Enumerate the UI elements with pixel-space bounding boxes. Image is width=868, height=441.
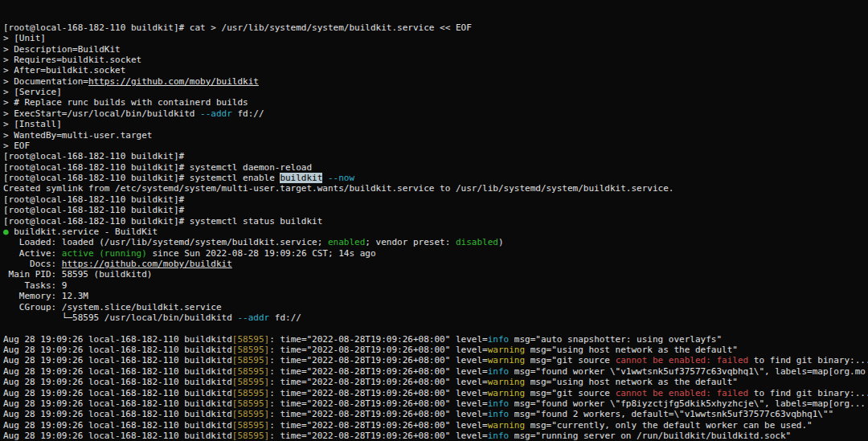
terminal-text: fd:// (232, 108, 264, 119)
terminal-text: warning (488, 355, 525, 365)
terminal-text: Aug 28 19:09:26 local-168-182-110 buildk… (3, 355, 232, 365)
terminal-text: --now (328, 173, 354, 183)
terminal-text: Active: (3, 248, 62, 259)
terminal-line: > Requires=buildkit.socket (3, 55, 868, 65)
terminal-text: : time="2022-08-28T19:09:26+08:00" level… (269, 388, 488, 398)
terminal-text: [58595] (232, 398, 269, 409)
terminal-line: > After=buildkit.socket (3, 65, 868, 76)
terminal-line: Aug 28 19:09:26 local-168-182-110 buildk… (3, 366, 868, 377)
terminal-line: [root@local-168-182-110 buildkit]# cat >… (3, 22, 868, 33)
terminal-line: Created symlink from /etc/systemd/system… (3, 183, 868, 194)
terminal-text: : time="2022-08-28T19:09:26+08:00" level… (269, 366, 488, 377)
terminal-text: : time="2022-08-28T19:09:26+08:00" level… (269, 409, 488, 419)
terminal-text: Aug 28 19:09:26 local-168-182-110 buildk… (3, 366, 232, 377)
terminal-line: Aug 28 19:09:26 local-168-182-110 buildk… (3, 355, 868, 365)
terminal-text: cannot be enabled: failed (616, 388, 749, 398)
terminal-text: warning (488, 420, 525, 431)
terminal-text: to find git binary:... (748, 388, 868, 398)
terminal-line: Tasks: 9 (3, 280, 868, 291)
terminal-line: Aug 28 19:09:26 local-168-182-110 buildk… (3, 420, 868, 431)
terminal-text: > EOF (3, 141, 30, 151)
terminal-line: > # Replace runc builds with containerd … (3, 97, 868, 108)
terminal-text: : time="2022-08-28T19:09:26+08:00" level… (269, 345, 488, 355)
terminal-window[interactable]: [root@local-168-182-110 buildkit]# cat >… (0, 0, 868, 441)
terminal-text: > # Replace runc builds with containerd … (3, 97, 248, 108)
terminal-output: [root@local-168-182-110 buildkit]# cat >… (3, 22, 868, 441)
terminal-text: > ExecStart=/usr/local/bin/buildkitd (3, 108, 200, 119)
terminal-text: msg="auto snapshotter: using overlayfs" (509, 334, 722, 345)
terminal-text: Aug 28 19:09:26 local-168-182-110 buildk… (3, 345, 232, 355)
terminal-line: CGroup: /system.slice/buildkit.service (3, 302, 868, 312)
terminal-text: ) (498, 237, 504, 247)
terminal-text: : time="2022-08-28T19:09:26+08:00" level… (269, 334, 488, 345)
terminal-text: warning (488, 388, 525, 398)
terminal-text: Main PID: 58595 (buildkitd) (3, 269, 152, 280)
terminal-text: > [Install] (3, 119, 62, 129)
terminal-text: Aug 28 19:09:26 local-168-182-110 buildk… (3, 377, 232, 387)
terminal-text: [58595] (232, 334, 269, 345)
terminal-line: └─58595 /usr/local/bin/buildkitd --addr … (3, 312, 868, 323)
terminal-text: msg="using host network as the default" (525, 377, 738, 387)
terminal-text: [58595] (232, 431, 269, 441)
terminal-text: info (488, 398, 510, 409)
terminal-text: : time="2022-08-28T19:09:26+08:00" level… (269, 398, 488, 409)
terminal-text: warning (488, 377, 525, 387)
terminal-text: [58595] (232, 409, 269, 419)
terminal-text: msg="git source (525, 388, 616, 398)
terminal-line: > [Service] (3, 87, 868, 97)
terminal-line: Aug 28 19:09:26 local-168-182-110 buildk… (3, 377, 868, 387)
terminal-text: [58595] (232, 366, 269, 377)
terminal-text: msg="running server on /run/buildkit/bui… (509, 431, 791, 441)
terminal-text: [root@local-168-182-110 buildkit]# (3, 151, 184, 161)
terminal-text: ; vendor preset: (365, 237, 456, 247)
documentation-url-link[interactable]: https://github.com/moby/buildkit (88, 76, 259, 87)
terminal-text: > [Unit] (3, 33, 46, 43)
terminal-text: > [Service] (3, 87, 62, 97)
terminal-text: > Description=BuildKit (3, 44, 121, 55)
terminal-text: [58595] (232, 355, 269, 365)
terminal-text: : time="2022-08-28T19:09:26+08:00" level… (269, 377, 488, 387)
terminal-text: : time="2022-08-28T19:09:26+08:00" level… (269, 420, 488, 431)
terminal-line: Memory: 12.3M (3, 291, 868, 301)
terminal-text: msg="found worker \"fp8iyzctjfg5dkik5xhy… (509, 398, 866, 409)
terminal-line: > Documentation=https://github.com/moby/… (3, 76, 868, 87)
terminal-text: msg="git source (525, 355, 616, 365)
terminal-text: to find git binary:... (748, 355, 868, 365)
terminal-line: Aug 28 19:09:26 local-168-182-110 buildk… (3, 388, 868, 398)
terminal-text: CGroup: /system.slice/buildkit.service (3, 302, 222, 312)
terminal-text: [root@local-168-182-110 buildkit]# (3, 194, 184, 205)
terminal-text: Aug 28 19:09:26 local-168-182-110 buildk… (3, 420, 232, 431)
terminal-text: Created symlink from /etc/systemd/system… (3, 183, 674, 194)
terminal-text: info (488, 431, 510, 441)
terminal-line: Active: active (running) since Sun 2022-… (3, 248, 868, 259)
terminal-text: buildkit.service - BuildKit (9, 227, 158, 237)
terminal-text: > After=buildkit.socket (3, 65, 125, 76)
terminal-text: Aug 28 19:09:26 local-168-182-110 buildk… (3, 431, 232, 441)
terminal-text: [58595] (232, 388, 269, 398)
terminal-text: Aug 28 19:09:26 local-168-182-110 buildk… (3, 388, 232, 398)
terminal-text: > Requires=buildkit.socket (3, 55, 141, 65)
terminal-text: fd:// (269, 312, 301, 323)
terminal-text: [58595] (232, 377, 269, 387)
docs-url-link[interactable]: https://github.com/moby/buildkit (62, 259, 232, 269)
terminal-text (322, 173, 328, 183)
terminal-line: Aug 28 19:09:26 local-168-182-110 buildk… (3, 431, 868, 441)
terminal-text: Aug 28 19:09:26 local-168-182-110 buildk… (3, 409, 232, 419)
terminal-text: Aug 28 19:09:26 local-168-182-110 buildk… (3, 334, 232, 345)
terminal-line: [root@local-168-182-110 buildkit]# syste… (3, 216, 868, 227)
terminal-line: > WantedBy=multi-user.target (3, 130, 868, 141)
terminal-text: info (488, 366, 510, 377)
terminal-text: enabled (328, 237, 365, 247)
terminal-text: [58595] (232, 345, 269, 355)
terminal-text: [58595] (232, 420, 269, 431)
terminal-text: msg="currently, only the default worker … (525, 420, 813, 431)
terminal-line: > [Unit] (3, 33, 868, 43)
terminal-line: [root@local-168-182-110 buildkit]# (3, 205, 868, 215)
terminal-line: Loaded: loaded (/usr/lib/systemd/system/… (3, 237, 868, 247)
terminal-text: Aug 28 19:09:26 local-168-182-110 buildk… (3, 398, 232, 409)
terminal-line: ● buildkit.service - BuildKit (3, 227, 868, 237)
terminal-text: [root@local-168-182-110 buildkit]# (3, 205, 184, 215)
terminal-text: > WantedBy=multi-user.target (3, 130, 152, 141)
terminal-line: Docs: https://github.com/moby/buildkit (3, 259, 868, 269)
terminal-line: [root@local-168-182-110 buildkit]# (3, 151, 868, 161)
